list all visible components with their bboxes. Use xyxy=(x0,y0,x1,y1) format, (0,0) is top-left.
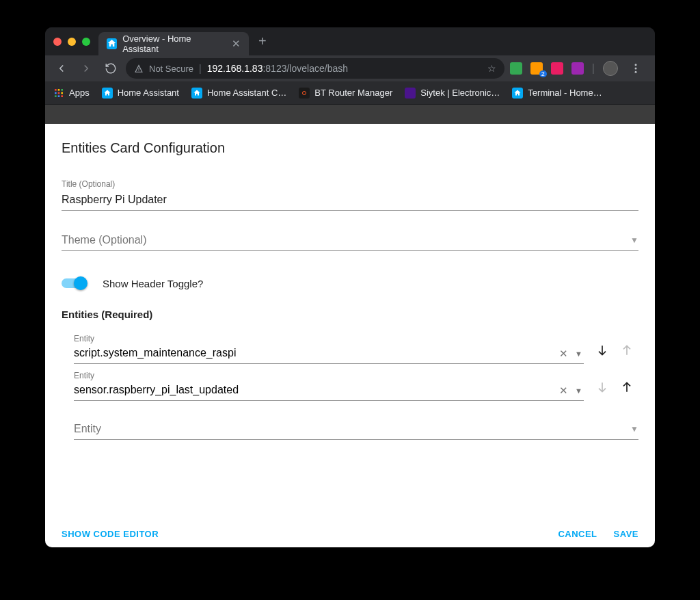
entity-input-actions: ✕ ▼ xyxy=(559,348,582,360)
tab-title: Overview - Home Assistant xyxy=(122,34,224,54)
chevron-down-icon: ▼ xyxy=(630,235,638,245)
dialog-heading: Entities Card Configuration xyxy=(62,140,638,156)
header-toggle-switch[interactable] xyxy=(62,276,88,291)
forward-button[interactable] xyxy=(77,59,96,78)
bookmark-star-icon[interactable]: ☆ xyxy=(487,63,496,74)
url-text: 192.168.1.83:8123/lovelace/bash xyxy=(207,63,482,74)
not-secure-icon xyxy=(134,64,144,73)
bookmark-item[interactable]: BT Router Manager xyxy=(299,88,392,99)
svg-rect-10 xyxy=(58,95,60,97)
svg-point-1 xyxy=(635,68,637,70)
extension-icon[interactable] xyxy=(571,62,584,75)
card-config-dialog: Entities Card Configuration Title (Optio… xyxy=(45,124,655,547)
profile-avatar[interactable] xyxy=(603,61,618,76)
entity-reorder xyxy=(591,380,638,401)
reload-button[interactable] xyxy=(101,59,120,78)
entity-row: Entity ✕ ▼ xyxy=(62,334,638,364)
minimize-window-button[interactable] xyxy=(68,38,76,46)
title-label: Title (Optional) xyxy=(62,179,638,189)
bookmark-item[interactable]: Siytek | Electronic… xyxy=(405,88,500,99)
move-up-icon[interactable] xyxy=(620,380,634,397)
browser-toolbar: Not Secure | 192.168.1.83:8123/lovelace/… xyxy=(45,55,655,81)
site-icon xyxy=(405,88,416,99)
svg-point-0 xyxy=(635,64,637,66)
apps-shortcut[interactable]: Apps xyxy=(53,88,90,99)
toggle-label: Show Header Toggle? xyxy=(103,278,203,289)
clear-icon[interactable]: ✕ xyxy=(559,384,568,397)
separator: | xyxy=(592,62,595,75)
zoom-window-button[interactable] xyxy=(82,38,90,46)
theme-field: Theme (Optional) ▼ xyxy=(62,231,638,251)
browser-tab[interactable]: Overview - Home Assistant ✕ xyxy=(98,32,249,55)
extension-icon[interactable] xyxy=(510,62,522,75)
save-button[interactable]: Save xyxy=(614,529,638,539)
move-down-icon xyxy=(595,380,609,397)
entity-input-actions: ✕ ▼ xyxy=(559,384,582,397)
entity-input[interactable] xyxy=(74,345,584,364)
close-window-button[interactable] xyxy=(53,38,62,46)
show-code-editor-button[interactable]: Show Code Editor xyxy=(62,529,159,539)
browser-menu-icon[interactable] xyxy=(626,59,645,78)
home-assistant-icon xyxy=(191,88,202,99)
svg-rect-5 xyxy=(61,89,63,91)
title-field: Title (Optional) xyxy=(62,179,638,211)
new-tab-button[interactable]: + xyxy=(258,34,267,49)
bookmarks-bar: Apps Home Assistant Home Assistant C… BT… xyxy=(45,81,655,105)
svg-rect-6 xyxy=(55,92,57,94)
bookmark-item[interactable]: Terminal - Home… xyxy=(512,88,602,99)
move-up-icon xyxy=(620,343,634,360)
header-toggle-row: Show Header Toggle? xyxy=(62,276,638,291)
add-entity-field: Entity ▼ xyxy=(62,420,638,440)
entity-field: Entity ✕ ▼ xyxy=(74,371,584,401)
svg-rect-3 xyxy=(55,89,57,91)
svg-point-12 xyxy=(301,90,308,96)
svg-rect-7 xyxy=(58,92,60,94)
chevron-down-icon: ▼ xyxy=(630,424,638,434)
cancel-button[interactable]: Cancel xyxy=(558,529,597,539)
entities-heading: Entities (Required) xyxy=(62,309,638,320)
svg-rect-8 xyxy=(61,92,63,94)
browser-window: Overview - Home Assistant ✕ + Not Secure… xyxy=(45,27,655,547)
entity-field: Entity ✕ ▼ xyxy=(74,334,584,364)
dialog-footer: Show Code Editor Cancel Save xyxy=(62,518,638,539)
entity-reorder xyxy=(591,343,638,364)
address-bar[interactable]: Not Secure | 192.168.1.83:8123/lovelace/… xyxy=(126,58,504,79)
separator: | xyxy=(199,63,202,74)
apps-icon xyxy=(53,88,64,99)
svg-rect-11 xyxy=(61,95,63,97)
svg-rect-9 xyxy=(55,95,57,97)
title-input[interactable] xyxy=(62,191,638,211)
entity-label: Entity xyxy=(74,334,584,343)
extension-icon[interactable] xyxy=(530,62,543,75)
chevron-down-icon[interactable]: ▼ xyxy=(575,387,582,395)
extension-icons: | xyxy=(510,59,648,78)
entity-input[interactable] xyxy=(74,382,584,401)
home-assistant-favicon xyxy=(107,38,117,49)
window-controls xyxy=(53,38,90,46)
svg-rect-4 xyxy=(58,89,60,91)
add-entity-select[interactable]: Entity ▼ xyxy=(74,420,638,440)
svg-point-2 xyxy=(635,71,637,73)
chevron-down-icon[interactable]: ▼ xyxy=(575,350,582,358)
titlebar: Overview - Home Assistant ✕ + xyxy=(45,27,655,55)
extension-icon[interactable] xyxy=(551,62,563,75)
entity-row: Entity ✕ ▼ xyxy=(62,371,638,401)
home-assistant-icon xyxy=(512,88,523,99)
bookmark-item[interactable]: Home Assistant C… xyxy=(191,88,286,99)
move-down-icon[interactable] xyxy=(595,343,609,360)
back-button[interactable] xyxy=(52,59,71,78)
page-content: Entities Card Configuration Title (Optio… xyxy=(45,105,655,547)
router-icon xyxy=(299,88,310,99)
clear-icon[interactable]: ✕ xyxy=(559,348,568,360)
close-tab-icon[interactable]: ✕ xyxy=(232,38,241,50)
theme-select[interactable]: Theme (Optional) ▼ xyxy=(62,231,638,251)
bookmark-item[interactable]: Home Assistant xyxy=(102,88,179,99)
home-assistant-icon xyxy=(102,88,113,99)
security-label: Not Secure xyxy=(149,64,193,74)
entity-label: Entity xyxy=(74,371,584,380)
